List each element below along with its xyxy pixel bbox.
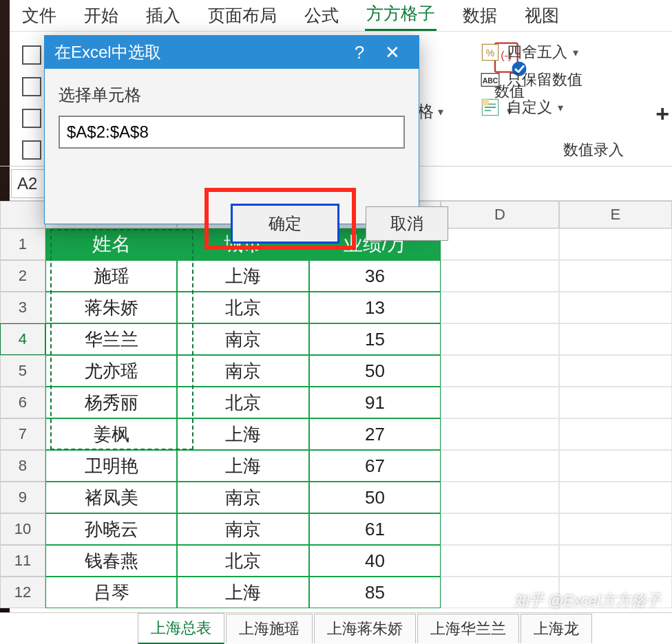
col-header-d[interactable]: D <box>441 201 558 228</box>
cell[interactable]: 尤亦瑶 <box>45 355 178 387</box>
cell[interactable]: 上海 <box>177 260 309 292</box>
row-header[interactable]: 4 <box>0 323 45 355</box>
cell[interactable]: 61 <box>309 513 441 545</box>
sheet-tab[interactable]: 上海总表 <box>138 613 224 645</box>
cell[interactable]: 南京 <box>177 323 309 355</box>
cell[interactable]: 姓名 <box>45 228 178 260</box>
cell[interactable]: 南京 <box>177 355 309 387</box>
cell[interactable]: 褚凤美 <box>45 482 178 513</box>
cell[interactable]: 15 <box>309 323 441 355</box>
cell[interactable]: 钱春燕 <box>45 545 178 577</box>
cell[interactable]: 上海 <box>177 418 309 450</box>
cell[interactable]: 南京 <box>177 513 309 545</box>
cell[interactable]: 上海 <box>177 577 309 608</box>
tab-fangfang[interactable]: 方方格子 <box>365 0 437 31</box>
cell[interactable]: 北京 <box>177 292 309 323</box>
cell[interactable] <box>559 387 672 418</box>
cell[interactable] <box>559 418 672 450</box>
cell[interactable]: 北京 <box>177 387 309 418</box>
row-header[interactable]: 1 <box>0 228 45 260</box>
sheet-tab[interactable]: 上海蒋朱娇 <box>314 614 416 643</box>
cell[interactable] <box>559 450 672 482</box>
row-header[interactable]: 7 <box>0 418 45 450</box>
ok-button[interactable]: 确定 <box>231 204 339 244</box>
cell[interactable] <box>559 292 672 323</box>
cell[interactable]: 华兰兰 <box>45 323 178 355</box>
cell[interactable] <box>559 513 672 545</box>
cell[interactable] <box>441 260 558 292</box>
ribbon-checkbox-3[interactable] <box>22 109 41 128</box>
cell[interactable] <box>441 228 558 260</box>
ribbon-checkbox-4[interactable] <box>22 140 41 160</box>
cell[interactable] <box>559 545 672 577</box>
cell[interactable] <box>441 450 558 482</box>
cell[interactable]: 36 <box>309 260 441 292</box>
plus-icon[interactable]: + <box>655 100 669 127</box>
cell[interactable]: 85 <box>309 577 441 608</box>
tab-view[interactable]: 视图 <box>523 0 560 31</box>
sheet-tab[interactable]: 上海龙 <box>521 614 592 643</box>
cell[interactable] <box>441 387 558 418</box>
tab-data[interactable]: 数据 <box>461 0 498 31</box>
sheet-tab[interactable]: 上海华兰兰 <box>417 614 519 643</box>
row-header[interactable]: 9 <box>0 482 45 513</box>
cell[interactable] <box>441 355 558 387</box>
cell[interactable]: 27 <box>309 418 441 450</box>
row-header[interactable]: 12 <box>0 577 45 608</box>
cell[interactable]: 上海 <box>177 450 309 482</box>
cell[interactable]: 蒋朱娇 <box>45 292 178 323</box>
ribbon-checkbox-2[interactable] <box>22 77 41 96</box>
close-button[interactable]: ✕ <box>376 42 409 63</box>
cell[interactable]: 杨秀丽 <box>45 387 178 418</box>
cell[interactable]: 40 <box>309 545 441 577</box>
round-label: 四舍五入 <box>507 42 567 63</box>
cell[interactable]: 施瑶 <box>45 260 178 292</box>
cell[interactable] <box>441 323 558 355</box>
tab-file[interactable]: 文件 <box>21 0 58 31</box>
cell[interactable]: 姜枫 <box>45 418 178 450</box>
help-button[interactable]: ? <box>343 42 376 63</box>
tab-insert[interactable]: 插入 <box>145 0 182 31</box>
cell[interactable]: 50 <box>309 482 441 513</box>
keep-value-button[interactable]: ABC 只保留数值 <box>479 66 665 94</box>
ribbon-checkbox-1[interactable] <box>22 45 41 65</box>
cancel-button[interactable]: 取消 <box>366 206 448 241</box>
row-header[interactable]: 10 <box>0 513 45 545</box>
cell[interactable]: 91 <box>309 387 441 418</box>
row-header[interactable]: 8 <box>0 450 45 482</box>
row-header[interactable]: 6 <box>0 387 45 418</box>
round-button[interactable]: % 四舍五入 ▾ <box>479 39 665 66</box>
cell[interactable]: 孙晓云 <box>45 513 178 545</box>
tab-home[interactable]: 开始 <box>83 0 120 31</box>
cell[interactable] <box>441 418 558 450</box>
cell[interactable]: 吕琴 <box>45 577 178 608</box>
cell[interactable] <box>559 323 672 355</box>
cell[interactable] <box>559 482 672 513</box>
cell[interactable] <box>441 292 558 323</box>
dialog-titlebar[interactable]: 在Excel中选取 ? ✕ <box>45 36 419 69</box>
row-header[interactable]: 2 <box>0 260 45 292</box>
cell[interactable] <box>441 513 558 545</box>
cell[interactable]: 50 <box>309 355 441 387</box>
tab-layout[interactable]: 页面布局 <box>207 0 278 31</box>
cell[interactable] <box>441 545 558 577</box>
cell[interactable]: 卫明艳 <box>45 450 178 482</box>
cell[interactable]: 北京 <box>177 545 309 577</box>
ge-dropdown[interactable]: 格 ▾ <box>417 100 443 122</box>
cell[interactable]: 67 <box>309 450 441 482</box>
range-input[interactable] <box>59 116 405 149</box>
cell[interactable] <box>559 355 672 387</box>
tab-formula[interactable]: 公式 <box>303 0 340 31</box>
custom-button[interactable]: 自定义 ▾ <box>479 94 665 121</box>
select-all-corner[interactable] <box>0 201 45 228</box>
cell[interactable]: 南京 <box>177 482 309 513</box>
cell[interactable] <box>559 228 672 260</box>
row-header[interactable]: 11 <box>0 545 45 577</box>
sheet-tab[interactable]: 上海施瑶 <box>226 614 313 643</box>
cell[interactable]: 13 <box>309 292 441 323</box>
row-header[interactable]: 5 <box>0 355 45 387</box>
cell[interactable] <box>441 482 558 513</box>
col-header-e[interactable]: E <box>559 201 672 228</box>
cell[interactable] <box>559 260 672 292</box>
row-header[interactable]: 3 <box>0 292 45 323</box>
